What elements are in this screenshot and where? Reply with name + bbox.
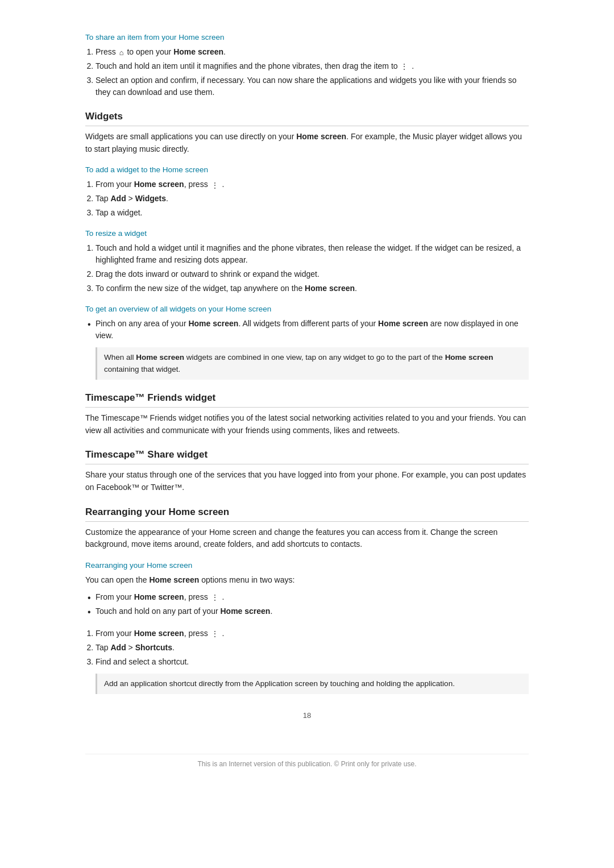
overview-widgets-heading: To get an overview of all widgets on you… <box>85 305 529 313</box>
add-shortcut-note: Add an application shortcut directly fro… <box>96 674 529 694</box>
list-item: Touch and hold a widget until it magnifi… <box>96 242 529 266</box>
list-item: Select an option and confirm, if necessa… <box>96 74 529 98</box>
timescape-share-heading: Timescape™ Share widget <box>85 449 529 464</box>
overview-widgets-note: When all Home screen widgets are combine… <box>96 347 529 380</box>
list-item: Tap Add > Widgets. <box>96 193 529 205</box>
page-number: 18 <box>85 711 529 720</box>
home-icon: ⌂ <box>119 47 124 59</box>
options-menu-heading: Rearranging your Home screen <box>85 561 529 570</box>
options-menu-intro: You can open the Home screen options men… <box>85 574 529 587</box>
add-widget-steps-list: From your Home screen, press ⋮ . Tap Add… <box>96 178 529 219</box>
menu-icon: ⋮ <box>211 592 219 603</box>
list-item: Drag the dots inward or outward to shrin… <box>96 268 529 280</box>
list-item: From your Home screen, press ⋮ . <box>85 591 529 603</box>
list-item: Touch and hold on any part of your Home … <box>85 605 529 617</box>
list-item: Find and select a shortcut. <box>96 656 529 668</box>
menu-icon: ⋮ <box>211 180 219 190</box>
timescape-friends-heading: Timescape™ Friends widget <box>85 392 529 408</box>
list-item: Press ⌂ to open your Home screen. <box>96 46 529 58</box>
list-item: Pinch on any area of your Home screen. A… <box>85 318 529 342</box>
resize-widget-heading: To resize a widget <box>85 229 529 238</box>
list-item: Touch and hold an item until it magnifie… <box>96 60 529 72</box>
list-item: From your Home screen, press ⋮ . <box>96 628 529 639</box>
timescape-friends-body: The Timescape™ Friends widget notifies y… <box>85 412 529 437</box>
add-shortcut-steps-list: From your Home screen, press ⋮ . Tap Add… <box>96 628 529 668</box>
list-item: To confirm the new size of the widget, t… <box>96 283 529 294</box>
menu-icon: ⋮ <box>401 61 408 72</box>
options-menu-list: From your Home screen, press ⋮ . Touch a… <box>85 591 529 617</box>
overview-widgets-list: Pinch on any area of your Home screen. A… <box>85 318 529 342</box>
rearranging-heading: Rearranging your Home screen <box>85 506 529 522</box>
list-item: Tap a widget. <box>96 207 529 219</box>
add-widget-heading: To add a widget to the Home screen <box>85 165 529 174</box>
menu-icon: ⋮ <box>211 629 219 639</box>
share-steps-list: Press ⌂ to open your Home screen. Touch … <box>96 46 529 98</box>
footer: This is an Internet version of this publ… <box>85 754 529 768</box>
resize-widget-steps-list: Touch and hold a widget until it magnifi… <box>96 242 529 294</box>
list-item: From your Home screen, press ⋮ . <box>96 178 529 190</box>
list-item: Tap Add > Shortcuts. <box>96 642 529 654</box>
widgets-intro: Widgets are small applications you can u… <box>85 131 529 155</box>
widgets-heading: Widgets <box>85 111 529 126</box>
timescape-share-body: Share your status through one of the ser… <box>85 469 529 493</box>
share-heading: To share an item from your Home screen <box>85 33 529 41</box>
page-content: To share an item from your Home screen P… <box>85 0 529 813</box>
rearranging-body: Customize the appearance of your Home sc… <box>85 526 529 551</box>
